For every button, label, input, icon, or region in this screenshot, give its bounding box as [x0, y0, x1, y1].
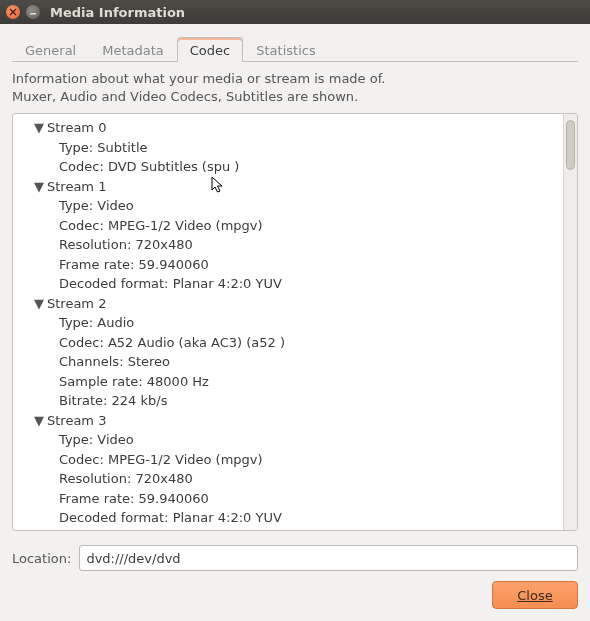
- desc-line-1: Information about what your media or str…: [12, 70, 578, 88]
- window-minimize-icon[interactable]: [26, 5, 40, 19]
- tab-statistics[interactable]: Statistics: [243, 37, 328, 62]
- stream-property[interactable]: Type: Audio: [19, 313, 559, 333]
- scrollbar-thumb[interactable]: [566, 120, 575, 170]
- location-row: Location:: [12, 545, 578, 571]
- titlebar: Media Information: [0, 0, 590, 24]
- tab-metadata[interactable]: Metadata: [89, 37, 177, 62]
- window-close-icon[interactable]: [6, 5, 20, 19]
- stream-property[interactable]: Codec: MPEG-1/2 Video (mpgv): [19, 450, 559, 470]
- tab-general[interactable]: General: [12, 37, 89, 62]
- stream-property[interactable]: Decoded format: Planar 4:2:0 YUV: [19, 274, 559, 294]
- stream-header[interactable]: ▼Stream 4: [19, 528, 559, 530]
- stream-property[interactable]: Bitrate: 224 kb/s: [19, 391, 559, 411]
- twisty-icon[interactable]: ▼: [33, 528, 45, 530]
- stream-property[interactable]: Type: Video: [19, 430, 559, 450]
- stream-header[interactable]: ▼Stream 2: [19, 294, 559, 314]
- stream-property[interactable]: Codec: MPEG-1/2 Video (mpgv): [19, 216, 559, 236]
- stream-header-label: Stream 4: [47, 528, 106, 530]
- stream-property[interactable]: Channels: Stereo: [19, 352, 559, 372]
- stream-property[interactable]: Frame rate: 59.940060: [19, 489, 559, 509]
- stream-header[interactable]: ▼Stream 1: [19, 177, 559, 197]
- tab-bar: General Metadata Codec Statistics: [12, 34, 578, 62]
- stream-property[interactable]: Decoded format: Planar 4:2:0 YUV: [19, 508, 559, 528]
- twisty-icon[interactable]: ▼: [33, 294, 45, 314]
- twisty-icon[interactable]: ▼: [33, 411, 45, 431]
- location-label: Location:: [12, 551, 71, 566]
- stream-property[interactable]: Resolution: 720x480: [19, 235, 559, 255]
- window-title: Media Information: [50, 5, 185, 20]
- stream-header-label: Stream 2: [47, 294, 106, 314]
- codec-tree-container: ▼Stream 0Type: SubtitleCodec: DVD Subtit…: [12, 113, 578, 531]
- stream-header-label: Stream 0: [47, 118, 106, 138]
- location-input[interactable]: [79, 545, 578, 571]
- stream-property[interactable]: Sample rate: 48000 Hz: [19, 372, 559, 392]
- twisty-icon[interactable]: ▼: [33, 177, 45, 197]
- stream-header-label: Stream 3: [47, 411, 106, 431]
- content-area: General Metadata Codec Statistics Inform…: [0, 24, 590, 621]
- close-button[interactable]: Close: [492, 581, 578, 609]
- codec-tree[interactable]: ▼Stream 0Type: SubtitleCodec: DVD Subtit…: [13, 114, 563, 530]
- vertical-scrollbar[interactable]: [563, 114, 577, 530]
- twisty-icon[interactable]: ▼: [33, 118, 45, 138]
- stream-property[interactable]: Frame rate: 59.940060: [19, 255, 559, 275]
- svg-rect-0: [30, 13, 36, 15]
- tab-description: Information about what your media or str…: [12, 70, 578, 105]
- stream-property[interactable]: Type: Subtitle: [19, 138, 559, 158]
- stream-property[interactable]: Codec: A52 Audio (aka AC3) (a52 ): [19, 333, 559, 353]
- stream-property[interactable]: Type: Video: [19, 196, 559, 216]
- desc-line-2: Muxer, Audio and Video Codecs, Subtitles…: [12, 88, 578, 106]
- stream-property[interactable]: Codec: DVD Subtitles (spu ): [19, 157, 559, 177]
- close-button-label: Close: [517, 588, 552, 603]
- stream-header-label: Stream 1: [47, 177, 106, 197]
- stream-property[interactable]: Resolution: 720x480: [19, 469, 559, 489]
- stream-header[interactable]: ▼Stream 0: [19, 118, 559, 138]
- tab-codec[interactable]: Codec: [177, 37, 243, 62]
- dialog-button-row: Close: [12, 581, 578, 609]
- stream-header[interactable]: ▼Stream 3: [19, 411, 559, 431]
